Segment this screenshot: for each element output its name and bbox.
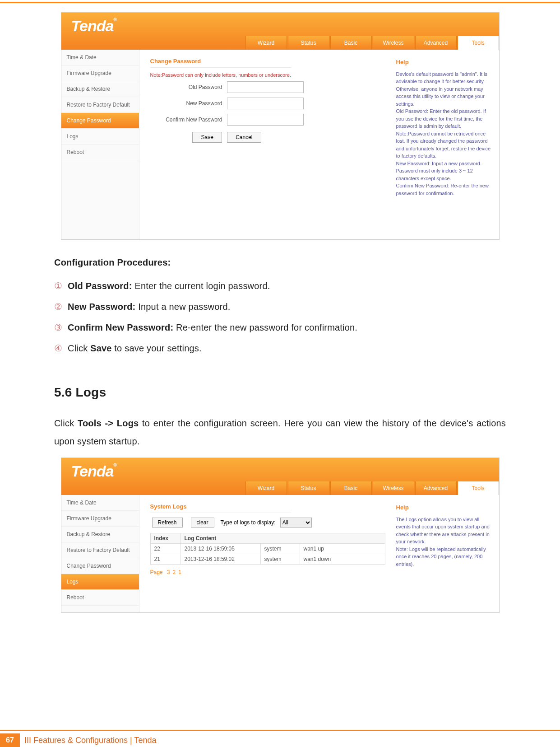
sidebar-item-reboot[interactable]: Reboot: [61, 590, 139, 606]
old-password-label: Old Password: [150, 84, 222, 90]
logo-text: Tenda: [71, 462, 114, 480]
log-type-label: Type of logs to display:: [221, 519, 276, 526]
help-title: Help: [396, 503, 491, 512]
screenshot-change-password: Tenda® WizardStatusBasicWirelessAdvanced…: [61, 12, 500, 240]
tab-wizard[interactable]: Wizard: [245, 36, 287, 50]
new-password-label: New Password: [150, 100, 222, 107]
router-header: Tenda® WizardStatusBasicWirelessAdvanced…: [61, 13, 499, 50]
bottom-orange-bar: [0, 730, 560, 731]
page-footer: 67 III Features & Configurations | Tenda: [0, 730, 560, 747]
sidebar: Time & DateFirmware UpgradeBackup & Rest…: [61, 495, 139, 612]
tab-status[interactable]: Status: [288, 481, 329, 495]
config-step: ④Click Save to save your settings.: [54, 339, 506, 357]
sidebar-item-firmware-upgrade[interactable]: Firmware Upgrade: [61, 511, 139, 527]
col-index: Index: [150, 533, 180, 544]
new-password-input[interactable]: [227, 98, 304, 109]
tenda-logo: Tenda®: [71, 17, 116, 35]
help-panel: Help The Logs option allows you to view …: [396, 495, 499, 612]
log-table: Index Log Content 222013-12-16 18:59:05s…: [150, 533, 385, 565]
tab-tools[interactable]: Tools: [458, 36, 499, 50]
sidebar-item-backup-restore[interactable]: Backup & Restore: [61, 81, 139, 97]
router-header: Tenda® WizardStatusBasicWirelessAdvanced…: [61, 458, 499, 495]
logo-text: Tenda: [71, 17, 114, 34]
refresh-button[interactable]: Refresh: [152, 518, 183, 528]
sidebar-item-firmware-upgrade[interactable]: Firmware Upgrade: [61, 65, 139, 81]
help-panel: Help Device's default password is "admin…: [396, 50, 499, 239]
tab-status[interactable]: Status: [288, 36, 329, 50]
sidebar-item-restore-to-factory-default[interactable]: Restore to Factory Default: [61, 542, 139, 558]
top-tabs: WizardStatusBasicWirelessAdvancedTools: [245, 36, 499, 50]
main-panel: System Logs Refresh clear Type of logs t…: [139, 495, 396, 612]
pager: Page 321: [150, 569, 385, 575]
tab-wizard[interactable]: Wizard: [245, 481, 287, 495]
pager-label: Page: [150, 569, 164, 575]
config-step: ③Confirm New Password: Re-enter the new …: [54, 318, 506, 336]
sidebar-item-reboot[interactable]: Reboot: [61, 145, 139, 160]
section-title: 5.6 Logs: [54, 380, 506, 405]
table-row: 212013-12-16 18:59:02systemwan1 down: [150, 554, 385, 565]
para-a: Click: [54, 418, 78, 428]
screenshot-system-logs: Tenda® WizardStatusBasicWirelessAdvanced…: [61, 458, 500, 613]
panel-title: System Logs: [150, 503, 292, 513]
table-row: 222013-12-16 18:59:05systemwan1 up: [150, 544, 385, 554]
para-bold: Tools -> Logs: [78, 418, 139, 428]
tab-wireless[interactable]: Wireless: [373, 36, 414, 50]
sidebar-item-logs[interactable]: Logs: [61, 574, 139, 590]
confirm-password-input[interactable]: [227, 114, 304, 126]
clear-button[interactable]: clear: [191, 518, 214, 528]
sidebar: Time & DateFirmware UpgradeBackup & Rest…: [61, 50, 139, 239]
panel-title: Change Password: [150, 58, 292, 68]
pager-page-3[interactable]: 3: [167, 569, 170, 575]
sidebar-item-restore-to-factory-default[interactable]: Restore to Factory Default: [61, 97, 139, 113]
sidebar-item-time-date[interactable]: Time & Date: [61, 50, 139, 65]
help-title: Help: [396, 58, 491, 67]
help-text: Device's default password is "admin". It…: [396, 70, 491, 197]
config-step: ①Old Password: Enter the current login p…: [54, 277, 506, 295]
help-text: The Logs option allows you to view all e…: [396, 516, 491, 568]
config-step: ②New Password: Input a new password.: [54, 298, 506, 316]
tab-advanced[interactable]: Advanced: [415, 36, 457, 50]
confirm-password-label: Confirm New Password: [150, 117, 222, 123]
pager-page-1[interactable]: 1: [178, 569, 181, 575]
sidebar-item-logs[interactable]: Logs: [61, 129, 139, 145]
main-panel: Change Password Note:Password can only i…: [139, 50, 396, 239]
col-content: Log Content: [180, 533, 385, 544]
tab-wireless[interactable]: Wireless: [373, 481, 414, 495]
tenda-logo: Tenda®: [71, 462, 116, 480]
top-tabs: WizardStatusBasicWirelessAdvancedTools: [245, 481, 499, 495]
password-note: Note:Password can only include letters, …: [150, 72, 385, 78]
cancel-button[interactable]: Cancel: [227, 132, 261, 143]
sidebar-item-change-password[interactable]: Change Password: [61, 113, 139, 129]
config-procedures-heading: Configuration Procedures:: [54, 253, 506, 271]
sidebar-item-backup-restore[interactable]: Backup & Restore: [61, 527, 139, 542]
document-body: Configuration Procedures: ①Old Password:…: [54, 253, 506, 450]
page-number: 67: [0, 733, 20, 747]
tab-advanced[interactable]: Advanced: [415, 481, 457, 495]
tab-basic[interactable]: Basic: [330, 481, 372, 495]
top-orange-bar: [0, 2, 560, 3]
footer-text: III Features & Configurations | Tenda: [24, 736, 157, 745]
old-password-input[interactable]: [227, 81, 304, 93]
sidebar-item-time-date[interactable]: Time & Date: [61, 495, 139, 511]
tab-basic[interactable]: Basic: [330, 36, 372, 50]
log-type-select[interactable]: All: [280, 518, 312, 528]
logs-intro-paragraph: Click Tools -> Logs to enter the configu…: [54, 414, 506, 450]
save-button[interactable]: Save: [192, 132, 222, 143]
sidebar-item-change-password[interactable]: Change Password: [61, 558, 139, 574]
tab-tools[interactable]: Tools: [458, 481, 499, 495]
pager-page-2[interactable]: 2: [173, 569, 176, 575]
